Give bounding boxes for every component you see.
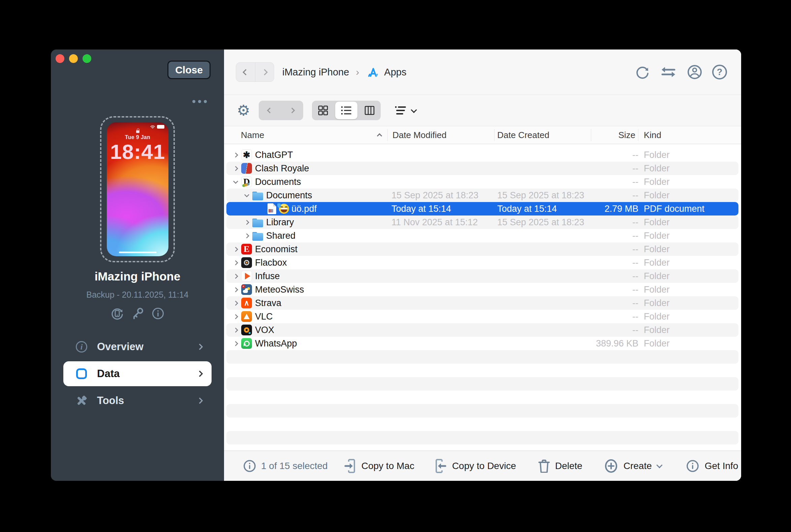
action-bar: 1 of 15 selected Copy to Mac <box>224 451 741 481</box>
row-name-cell: Flacbox <box>226 257 388 268</box>
folder-back-button[interactable] <box>259 101 281 120</box>
list-options-dropdown[interactable] <box>395 106 416 115</box>
backup-restore-icon[interactable] <box>110 307 124 320</box>
empty-row <box>226 404 738 418</box>
device-info-icon[interactable] <box>152 307 164 320</box>
row-date-modified: 15 Sep 2025 at 18:23 <box>388 190 495 201</box>
meteoswiss-app-icon: + <box>241 284 252 295</box>
disclosure-collapsed-icon[interactable] <box>231 261 240 265</box>
row-size: -- <box>591 163 638 174</box>
chevron-right-icon <box>197 397 203 404</box>
delete-button[interactable]: Delete <box>538 459 583 473</box>
empty-row <box>226 391 738 404</box>
disclosure-collapsed-icon[interactable] <box>242 221 251 224</box>
account-icon[interactable] <box>686 64 703 80</box>
table-row[interactable]: EEconomist--Folder <box>226 243 738 256</box>
row-kind: Folder <box>638 285 738 295</box>
grid-view-icon[interactable] <box>312 101 334 120</box>
history-nav <box>236 62 274 82</box>
disclosure-collapsed-icon[interactable] <box>231 288 240 291</box>
infuse-app-icon <box>241 271 252 282</box>
row-size: 2.79 MB <box>591 204 638 214</box>
table-row[interactable]: +MeteoSwiss--Folder <box>226 283 738 296</box>
column-header-name[interactable]: Name <box>224 129 388 141</box>
transfer-icon[interactable] <box>660 64 677 80</box>
copy-to-device-button[interactable]: Copy to Device <box>435 459 516 473</box>
more-options-icon[interactable] <box>192 100 207 103</box>
table-row[interactable]: VLC--Folder <box>226 310 738 323</box>
disclosure-collapsed-icon[interactable] <box>231 247 240 251</box>
get-info-button[interactable]: Get Info <box>686 459 738 473</box>
row-date-modified: 11 Nov 2025 at 15:12 <box>388 217 495 228</box>
disclosure-collapsed-icon[interactable] <box>231 167 240 170</box>
encryption-key-icon[interactable] <box>131 307 144 320</box>
trash-icon <box>538 459 550 473</box>
row-kind: Folder <box>638 163 738 174</box>
table-row[interactable]: Shared--Folder <box>226 229 738 243</box>
table-row[interactable]: ∧Strava--Folder <box>226 296 738 310</box>
chevron-down-icon <box>411 107 417 113</box>
file-name: WhatsApp <box>255 338 297 349</box>
file-name: MeteoSwiss <box>255 285 304 295</box>
sidebar-item-data[interactable]: Data <box>63 361 211 386</box>
disclosure-collapsed-icon[interactable] <box>231 274 240 278</box>
file-name: üö.pdf <box>291 204 317 214</box>
disclosure-expanded-icon[interactable] <box>231 180 240 183</box>
help-icon[interactable]: ? <box>712 65 727 79</box>
row-name-cell: VLC <box>226 311 388 322</box>
lock-icon <box>136 130 140 133</box>
refresh-icon[interactable] <box>635 64 650 80</box>
disclosure-collapsed-icon[interactable] <box>231 342 240 345</box>
folder-forward-button[interactable] <box>281 101 303 120</box>
forward-button[interactable] <box>255 63 274 81</box>
table-row[interactable]: Clash Royale--Folder <box>226 162 738 175</box>
zoom-window-icon[interactable] <box>82 54 91 63</box>
file-name: Documents <box>255 177 301 187</box>
table-row[interactable]: üö.pdfToday at 15:14Today at 15:142.79 M… <box>226 202 738 215</box>
table-row[interactable]: Library11 Nov 2025 at 15:1215 Sep 2025 a… <box>226 215 738 229</box>
disclosure-expanded-icon[interactable] <box>242 194 251 197</box>
disclosure-collapsed-icon[interactable] <box>242 234 251 238</box>
list-view-icon[interactable] <box>335 102 357 119</box>
close-button[interactable]: Close <box>167 61 210 79</box>
column-header-kind[interactable]: Kind <box>638 129 741 141</box>
disclosure-collapsed-icon[interactable] <box>231 301 240 305</box>
row-name-cell: +MeteoSwiss <box>226 284 388 295</box>
table-row[interactable]: DDocuments--Folder <box>226 175 738 189</box>
view-mode-switcher <box>312 101 381 120</box>
column-header-size[interactable]: Size <box>591 129 638 141</box>
copy-to-mac-button[interactable]: Copy to Mac <box>344 459 415 473</box>
table-row[interactable]: WhatsApp389.96 KBFolder <box>226 337 738 350</box>
copy-to-device-icon <box>435 459 447 473</box>
selection-info-icon[interactable] <box>243 459 256 473</box>
breadcrumb-section[interactable]: Apps <box>384 66 406 78</box>
device-action-icons <box>51 307 224 320</box>
table-row[interactable]: Documents15 Sep 2025 at 18:2315 Sep 2025… <box>226 189 738 202</box>
row-date-created: 15 Sep 2025 at 18:23 <box>495 217 591 228</box>
sidebar-item-tools[interactable]: Tools <box>63 390 211 411</box>
file-name: Strava <box>255 298 281 308</box>
table-row[interactable]: Infuse--Folder <box>226 269 738 283</box>
economist-app-icon: E <box>241 244 252 254</box>
row-kind: Folder <box>638 338 738 349</box>
column-header-date-created[interactable]: Date Created <box>495 129 591 141</box>
sort-ascending-icon <box>377 133 382 139</box>
disclosure-collapsed-icon[interactable] <box>231 328 240 332</box>
column-header-date-modified[interactable]: Date Modified <box>388 129 495 141</box>
breadcrumb-device[interactable]: iMazing iPhone <box>282 66 349 78</box>
gear-icon[interactable]: ⚙ <box>237 103 250 118</box>
create-button[interactable]: Create <box>604 459 662 473</box>
disclosure-collapsed-icon[interactable] <box>231 153 240 157</box>
table-row[interactable]: Flacbox--Folder <box>226 256 738 269</box>
column-view-icon[interactable] <box>358 101 381 120</box>
minimize-window-icon[interactable] <box>69 54 78 63</box>
close-window-icon[interactable] <box>56 54 65 63</box>
back-button[interactable] <box>236 63 255 81</box>
file-name: Flacbox <box>255 258 287 268</box>
row-name-cell: üö.pdf <box>226 203 388 214</box>
disclosure-collapsed-icon[interactable] <box>231 315 240 319</box>
sidebar-item-overview[interactable]: i Overview <box>63 336 211 357</box>
table-row[interactable]: VOX--Folder <box>226 323 738 337</box>
table-row[interactable]: ✱ChatGPT--Folder <box>226 148 738 162</box>
wifi-icon <box>150 125 155 129</box>
